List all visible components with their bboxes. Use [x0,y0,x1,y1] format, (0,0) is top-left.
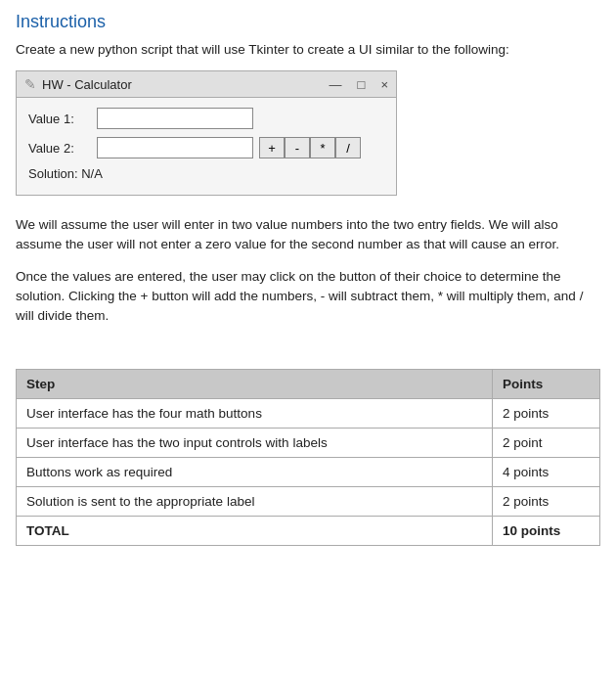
col-header-points: Points [493,370,600,399]
table-row: Buttons work as required4 points [17,458,600,487]
divide-button[interactable]: / [335,137,361,158]
total-label: TOTAL [17,517,493,546]
solution-row: Solution: N/A [28,166,384,181]
value2-row: Value 2: + - * / [28,137,384,158]
table-cell-step: Buttons work as required [17,458,493,487]
minimize-button[interactable]: — [330,77,342,92]
value2-label: Value 2: [28,141,97,156]
table-row: Solution is sent to the appropriate labe… [17,487,600,517]
value2-input[interactable] [97,137,253,158]
table-cell-step: Solution is sent to the appropriate labe… [17,487,493,517]
value1-label: Value 1: [28,112,97,126]
table-cell-step: User interface has the four math buttons [17,399,493,429]
page-title: Instructions [16,12,600,32]
description-para2: Once the values are entered, the user ma… [16,267,600,327]
add-button[interactable]: + [259,137,285,158]
grading-table: Step Points User interface has the four … [16,369,600,546]
multiply-button[interactable]: * [310,137,335,158]
subtract-button[interactable]: - [285,137,310,158]
mock-body: Value 1: Value 2: + - * / Solution: N/A [17,98,396,195]
table-cell-points: 2 points [493,487,600,517]
solution-label: Solution: N/A [28,166,103,181]
mock-window: ✎ HW - Calculator — □ × Value 1: Value 2… [16,70,397,196]
mock-window-title: HW - Calculator [42,77,330,92]
table-cell-step: User interface has the two input control… [17,429,493,458]
value1-row: Value 1: [28,108,384,129]
table-total-row: TOTAL10 points [17,517,600,546]
window-controls: — □ × [330,77,388,92]
table-cell-points: 4 points [493,458,600,487]
table-row: User interface has the four math buttons… [17,399,600,429]
math-buttons: + - * / [259,137,361,158]
mock-titlebar: ✎ HW - Calculator — □ × [17,71,396,98]
value1-input[interactable] [97,108,253,129]
col-header-step: Step [17,370,493,399]
pen-icon: ✎ [24,76,36,92]
intro-text: Create a new python script that will use… [16,42,600,57]
close-button[interactable]: × [380,77,388,92]
table-header-row: Step Points [17,370,600,399]
description-para1: We will assume the user will enter in tw… [16,215,600,255]
maximize-button[interactable]: □ [358,77,366,92]
total-points: 10 points [493,517,600,546]
table-cell-points: 2 points [493,399,600,429]
table-cell-points: 2 point [493,429,600,458]
table-row: User interface has the two input control… [17,429,600,458]
